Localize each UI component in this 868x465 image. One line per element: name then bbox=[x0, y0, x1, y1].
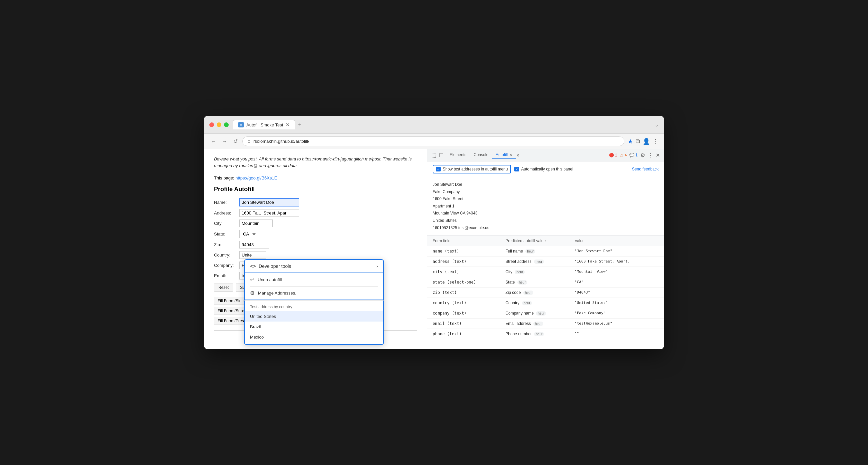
form-state-row: State: CA bbox=[214, 230, 417, 238]
heur-badge: heur bbox=[534, 260, 544, 264]
table-row: zip (text)Zip code heur"94043" bbox=[427, 288, 664, 298]
manage-label: Manage Addresses... bbox=[258, 291, 299, 295]
field-cell: company (text) bbox=[427, 308, 500, 319]
forward-button[interactable]: → bbox=[221, 137, 229, 146]
tab-close-icon[interactable]: ✕ bbox=[286, 122, 290, 127]
undo-autofill-item[interactable]: ↩ Undo autofill bbox=[245, 273, 383, 286]
predicted-cell: City heur bbox=[500, 267, 569, 277]
nav-actions: ★ ⧉ 👤 ⋮ bbox=[628, 138, 659, 145]
predicted-cell: Street address heur bbox=[500, 257, 569, 267]
refresh-button[interactable]: ↺ bbox=[232, 137, 239, 146]
active-tab[interactable]: A Autofill Smoke Test ✕ bbox=[232, 120, 295, 129]
extension-icon[interactable]: ⧉ bbox=[636, 138, 640, 145]
settings-icon[interactable]: ⚙ bbox=[640, 152, 645, 158]
autofill-tab[interactable]: Autofill ✕ bbox=[492, 151, 516, 159]
device-emulation-icon[interactable]: ☐ bbox=[439, 152, 444, 158]
profile-icon[interactable]: 👤 bbox=[643, 138, 650, 145]
country-item-mexico[interactable]: Mexico bbox=[245, 332, 383, 342]
state-label: State: bbox=[214, 232, 237, 236]
minimize-button[interactable] bbox=[217, 122, 221, 127]
heur-badge: heur bbox=[523, 291, 533, 295]
col-value: Value bbox=[569, 236, 664, 246]
panel-select-icon[interactable]: ⬚ bbox=[431, 152, 436, 158]
more-menu-icon[interactable]: ⋮ bbox=[653, 138, 659, 145]
zip-input[interactable] bbox=[239, 241, 269, 249]
console-tab[interactable]: Console bbox=[470, 151, 492, 159]
dropdown-header[interactable]: <> Developer tools › bbox=[244, 259, 384, 273]
comment-count[interactable]: 💬 1 bbox=[629, 153, 638, 157]
devtools-close-icon[interactable]: ✕ bbox=[656, 152, 660, 158]
address-line-5: Mountain View CA 94043 bbox=[433, 210, 659, 217]
address-label: Address: bbox=[214, 210, 237, 215]
heur-badge: heur bbox=[515, 270, 525, 274]
state-select[interactable]: CA bbox=[239, 230, 257, 238]
page-link: This page: https://goo.gl/B6Xs1E bbox=[214, 175, 417, 180]
auto-open-label: Automatically open this panel bbox=[521, 167, 573, 171]
dt-status-bar: 🔴 1 ⚠ 4 💬 1 ⚙ ⋮ ✕ bbox=[609, 152, 660, 158]
value-cell: "" bbox=[569, 329, 664, 339]
table-row: address (text)Street address heur"1600 F… bbox=[427, 257, 664, 267]
value-cell: "CA" bbox=[569, 277, 664, 288]
error-icon: 🔴 bbox=[609, 153, 614, 157]
country-item-us[interactable]: United States bbox=[245, 311, 383, 322]
dt-tabs: Elements Console Autofill ✕ » bbox=[446, 151, 606, 159]
maximize-button[interactable] bbox=[224, 122, 229, 127]
predicted-cell: Zip code heur bbox=[500, 288, 569, 298]
tab-bar: A Autofill Smoke Test ✕ + bbox=[232, 120, 651, 129]
section-title: Profile Autofill bbox=[214, 186, 417, 193]
name-input[interactable] bbox=[239, 198, 299, 206]
autofill-tab-close[interactable]: ✕ bbox=[509, 153, 512, 157]
form-city-row: City: bbox=[214, 220, 417, 227]
tab-favicon: A bbox=[238, 122, 244, 127]
dropdown-section: ↩ Undo autofill ⚙ Manage Addresses... bbox=[244, 273, 384, 300]
bookmark-icon[interactable]: ★ bbox=[628, 138, 633, 145]
field-cell: phone (text) bbox=[427, 329, 500, 339]
predicted-cell: Country heur bbox=[500, 298, 569, 308]
nav-bar: ← → ↺ ⊙ rsolomakhin.github.io/autofill/ … bbox=[204, 134, 664, 149]
value-cell: "Jon Stewart Doe" bbox=[569, 246, 664, 257]
more-tabs-icon[interactable]: » bbox=[516, 152, 519, 158]
warning-text: Beware what you post. All forms send dat… bbox=[214, 156, 417, 169]
devtools-panel: ⬚ ☐ Elements Console Autofill ✕ » 🔴 1 bbox=[427, 149, 664, 349]
predicted-cell: State heur bbox=[500, 277, 569, 288]
new-tab-button[interactable]: + bbox=[298, 121, 302, 128]
warning-count[interactable]: ⚠ 4 bbox=[620, 153, 627, 157]
main-page: Beware what you post. All forms send dat… bbox=[204, 149, 427, 349]
error-count[interactable]: 🔴 1 bbox=[609, 153, 617, 157]
col-predicted: Predicted autofill value bbox=[500, 236, 569, 246]
field-cell: email (text) bbox=[427, 319, 500, 329]
heur-badge: heur bbox=[522, 301, 532, 305]
heur-badge: heur bbox=[534, 332, 544, 336]
address-info: Jon Stewart Doe Fake Company 1600 Fake S… bbox=[427, 177, 664, 236]
back-button[interactable]: ← bbox=[209, 137, 217, 146]
page-link-url[interactable]: https://goo.gl/B6Xs1E bbox=[235, 175, 277, 180]
show-test-addresses-checkbox[interactable]: ✓ bbox=[436, 167, 441, 171]
country-item-brazil[interactable]: Brazil bbox=[245, 322, 383, 332]
close-button[interactable] bbox=[209, 122, 214, 127]
table-row: email (text)Email address heur"test@exam… bbox=[427, 319, 664, 329]
country-input[interactable] bbox=[239, 251, 266, 259]
address-line-4: Apartment 1 bbox=[433, 203, 659, 210]
manage-addresses-item[interactable]: ⚙ Manage Addresses... bbox=[245, 287, 383, 299]
field-cell: address (text) bbox=[427, 257, 500, 267]
autofill-table: Form field Predicted autofill value Valu… bbox=[427, 236, 664, 349]
elements-tab[interactable]: Elements bbox=[446, 151, 470, 159]
address-text: rsolomakhin.github.io/autofill/ bbox=[253, 139, 619, 144]
field-cell: zip (text) bbox=[427, 288, 500, 298]
city-input[interactable] bbox=[239, 220, 273, 227]
address-bar[interactable]: ⊙ rsolomakhin.github.io/autofill/ bbox=[242, 137, 624, 146]
reset-button[interactable]: Reset bbox=[214, 284, 233, 292]
form-zip-row: Zip: bbox=[214, 241, 417, 249]
window-dropdown-icon[interactable]: ⌄ bbox=[655, 122, 659, 127]
address-security-icon: ⊙ bbox=[247, 139, 251, 144]
company-label: Company: bbox=[214, 263, 237, 268]
table-row: company (text)Company name heur"Fake Com… bbox=[427, 308, 664, 319]
send-feedback-link[interactable]: Send feedback bbox=[632, 167, 659, 171]
undo-label: Undo autofill bbox=[258, 277, 282, 282]
country-section: Test address by country United States Br… bbox=[244, 300, 384, 345]
auto-open-checkbox[interactable]: ✓ bbox=[514, 167, 519, 171]
address-input[interactable] bbox=[239, 209, 299, 217]
title-bar: A Autofill Smoke Test ✕ + ⌄ bbox=[204, 116, 664, 134]
undo-icon: ↩ bbox=[250, 277, 254, 283]
devtools-more-icon[interactable]: ⋮ bbox=[648, 152, 653, 158]
